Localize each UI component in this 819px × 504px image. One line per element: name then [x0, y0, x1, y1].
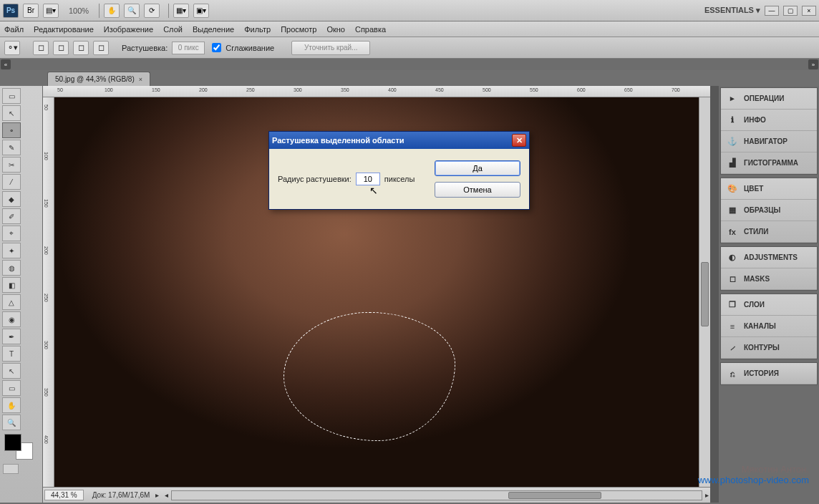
masks-icon: ◻	[727, 273, 738, 285]
slice-tool[interactable]: ∕	[2, 174, 21, 190]
brush-tool[interactable]: ✐	[2, 208, 21, 224]
menu-file[interactable]: Файл	[4, 25, 24, 34]
collapse-right-icon[interactable]: »	[808, 59, 818, 69]
workspace-switcher[interactable]: ESSENTIALS ▾	[704, 6, 760, 15]
panels-dock: ▸ОПЕРАЦИИ ℹИНФО ⚓НАВИГАТОР ▟ГИСТОГРАММА …	[719, 86, 819, 503]
history-brush-tool[interactable]: ✦	[2, 243, 21, 258]
zoom-level[interactable]: 100%	[69, 6, 89, 15]
panel-actions[interactable]: ▸ОПЕРАЦИИ	[721, 88, 817, 110]
hscroll-right-arrow-icon[interactable]: ▸	[705, 491, 709, 499]
selection-subtract-icon[interactable]: ◻	[73, 41, 89, 55]
blur-tool[interactable]: △	[2, 294, 21, 310]
menu-layer[interactable]: Слой	[163, 25, 183, 34]
panel-color[interactable]: 🎨ЦВЕТ	[721, 178, 817, 200]
ok-button[interactable]: Да	[435, 160, 520, 176]
menu-edit[interactable]: Редактирование	[34, 25, 94, 34]
panel-info[interactable]: ℹИНФО	[721, 110, 817, 131]
scrollbar-thumb[interactable]	[508, 492, 601, 499]
panel-collapse-strip: « »	[0, 59, 819, 70]
path-select-tool[interactable]: ↖	[2, 363, 21, 379]
eraser-tool[interactable]: ◍	[2, 260, 21, 276]
rotate-view-icon[interactable]: ⟳	[144, 4, 160, 18]
application-bar: Ps Br ▤▾ 100% ✋ 🔍 ⟳ ▦▾ ▣▾ ESSENTIALS ▾ —…	[0, 0, 819, 21]
status-arrow-icon[interactable]: ▸	[155, 491, 159, 499]
radius-input[interactable]	[356, 173, 380, 185]
dialog-titlebar[interactable]: Растушевка выделенной области ✕	[269, 132, 529, 149]
panel-histogram[interactable]: ▟ГИСТОГРАММА	[721, 152, 817, 174]
minimize-button[interactable]: —	[765, 6, 779, 16]
horizontal-ruler[interactable]: 5010015020025030035040045050055060065070…	[43, 86, 710, 97]
menu-help[interactable]: Справка	[355, 25, 386, 34]
move-tool[interactable]: ↖	[2, 105, 21, 121]
panel-styles[interactable]: fxСТИЛИ	[721, 221, 817, 243]
selection-new-icon[interactable]: ◻	[33, 41, 49, 55]
document-tab[interactable]: 50.jpg @ 44,3% (RGB/8) ×	[47, 72, 150, 86]
screen-mode-icon[interactable]: ▣▾	[193, 4, 209, 18]
panel-dock-toggle[interactable]	[710, 86, 719, 503]
options-bar: ⚬▾ ◻ ◻ ◻ ◻ Растушевка: 0 пикс Сглаживани…	[0, 37, 819, 59]
selection-add-icon[interactable]: ◻	[53, 41, 69, 55]
crop-tool[interactable]: ✂	[2, 157, 21, 173]
type-tool[interactable]: T	[2, 346, 21, 362]
menu-view[interactable]: Просмотр	[281, 25, 316, 34]
collapse-left-icon[interactable]: «	[1, 59, 11, 69]
status-zoom[interactable]: 44,31 %	[44, 490, 84, 500]
vertical-scrollbar[interactable]	[699, 97, 710, 487]
cancel-button[interactable]: Отмена	[435, 182, 520, 198]
feather-dialog: Растушевка выделенной области ✕ Радиус р…	[268, 131, 530, 210]
feather-input[interactable]: 0 пикс	[172, 42, 205, 54]
separator	[168, 4, 169, 18]
marquee-tool[interactable]: ▭	[2, 88, 21, 104]
lasso-tool-preset-icon[interactable]: ⚬▾	[4, 41, 20, 55]
color-swatches[interactable]	[4, 434, 33, 460]
spot-healing-tool[interactable]: ◆	[2, 191, 21, 207]
hand-tool[interactable]: ✋	[2, 397, 21, 413]
menu-image[interactable]: Изображение	[104, 25, 153, 34]
refine-edge-button[interactable]: Уточнить край...	[291, 41, 370, 55]
horizontal-scrollbar[interactable]	[171, 490, 702, 500]
arrange-docs-icon[interactable]: ▦▾	[173, 4, 189, 18]
panel-history[interactable]: ⎌ИСТОРИЯ	[721, 363, 817, 384]
status-doc-size[interactable]: Док: 17,6M/17,6M	[87, 491, 156, 499]
panel-layers[interactable]: ❐СЛОИ	[721, 294, 817, 316]
clone-stamp-tool[interactable]: ⌖	[2, 226, 21, 241]
ps-logo-icon[interactable]: Ps	[3, 4, 19, 18]
panel-group-1: ▸ОПЕРАЦИИ ℹИНФО ⚓НАВИГАТОР ▟ГИСТОГРАММА	[720, 87, 818, 175]
shape-tool[interactable]: ▭	[2, 380, 21, 396]
menu-select[interactable]: Выделение	[193, 25, 234, 34]
menu-filter[interactable]: Фильтр	[244, 25, 271, 34]
pen-tool[interactable]: ✒	[2, 329, 21, 344]
dialog-close-button[interactable]: ✕	[512, 134, 526, 147]
panel-adjustments[interactable]: ◐ADJUSTMENTS	[721, 247, 817, 268]
quick-mask-toggle[interactable]	[3, 464, 19, 474]
zoom-tool[interactable]: 🔍	[2, 415, 21, 430]
zoom-tool-icon[interactable]: 🔍	[124, 4, 140, 18]
panel-masks[interactable]: ◻MASKS	[721, 268, 817, 290]
document-tab-bar: 50.jpg @ 44,3% (RGB/8) ×	[0, 70, 819, 86]
panel-group-5: ⎌ИСТОРИЯ	[720, 362, 818, 385]
selection-intersect-icon[interactable]: ◻	[93, 41, 109, 55]
tab-close-icon[interactable]: ×	[139, 76, 142, 83]
vertical-ruler[interactable]: 50100150200250300350400	[43, 97, 54, 487]
foreground-color-swatch[interactable]	[4, 434, 21, 451]
antialias-checkbox[interactable]	[212, 43, 221, 52]
lasso-tool[interactable]: ⚬	[2, 122, 21, 138]
view-extras-icon[interactable]: ▤▾	[43, 4, 59, 18]
palette-icon: 🎨	[727, 183, 738, 195]
radius-units: пикселы	[384, 175, 415, 183]
bridge-icon[interactable]: Br	[23, 4, 39, 18]
feather-label: Растушевка:	[122, 44, 168, 52]
restore-button[interactable]: ▢	[783, 6, 798, 16]
close-button[interactable]: ×	[802, 6, 816, 16]
magic-wand-tool[interactable]: ✎	[2, 140, 21, 155]
gradient-tool[interactable]: ◧	[2, 277, 21, 293]
panel-navigator[interactable]: ⚓НАВИГАТОР	[721, 131, 817, 152]
panel-channels[interactable]: ≡КАНАЛЫ	[721, 316, 817, 337]
dodge-tool[interactable]: ◉	[2, 311, 21, 327]
hand-tool-icon[interactable]: ✋	[104, 4, 120, 18]
panel-swatches[interactable]: ▦ОБРАЗЦЫ	[721, 200, 817, 221]
hscroll-left-arrow-icon[interactable]: ◂	[165, 491, 168, 499]
scrollbar-thumb[interactable]	[701, 262, 709, 326]
menu-window[interactable]: Окно	[326, 25, 345, 34]
panel-paths[interactable]: ⟋КОНТУРЫ	[721, 337, 817, 359]
